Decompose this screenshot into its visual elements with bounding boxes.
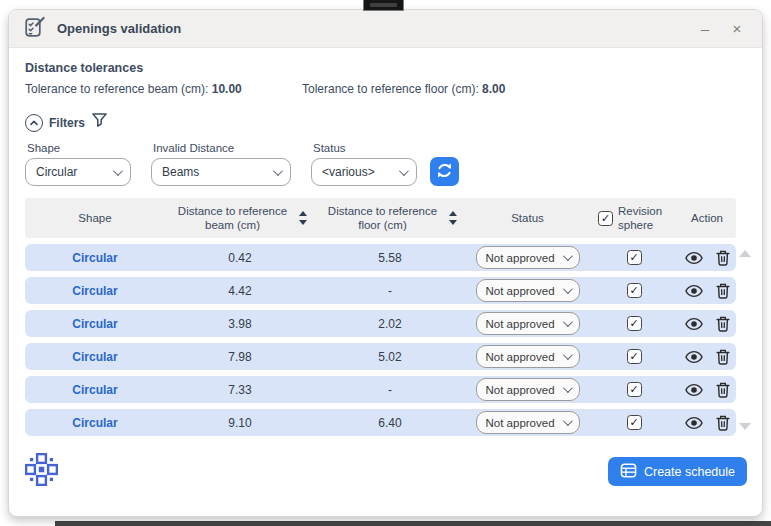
view-eye-icon[interactable] <box>685 317 703 331</box>
chevron-down-icon <box>562 350 572 360</box>
chevron-down-icon <box>562 317 572 327</box>
revision-sphere-checkbox[interactable]: ✓ <box>627 415 642 430</box>
view-eye-icon[interactable] <box>685 350 703 364</box>
status-value: Not approved <box>486 252 555 264</box>
tolerance-floor: Tolerance to reference floor (cm): 8.00 <box>302 82 505 96</box>
status-filter-value: <various> <box>322 165 375 179</box>
status-value: Not approved <box>486 351 555 363</box>
sort-arrows[interactable] <box>449 211 457 225</box>
delete-trash-icon[interactable] <box>716 316 730 332</box>
filters-heading: Filters <box>49 116 85 130</box>
view-eye-icon[interactable] <box>685 284 703 298</box>
status-select[interactable]: Not approved <box>476 279 580 302</box>
shape-link[interactable]: Circular <box>72 416 117 430</box>
revision-sphere-checkbox[interactable]: ✓ <box>627 250 642 265</box>
sort-arrows[interactable] <box>299 211 307 225</box>
refresh-icon <box>435 161 454 183</box>
filter-funnel-icon <box>91 112 108 133</box>
table-row: Circular 9.10 6.40 Not approved ✓ <box>25 409 736 436</box>
view-eye-icon[interactable] <box>685 416 703 430</box>
scroll-up-arrow[interactable] <box>739 250 751 257</box>
table-row: Circular 0.42 5.58 Not approved ✓ <box>25 244 736 271</box>
status-select[interactable]: Not approved <box>476 378 580 401</box>
delete-trash-icon[interactable] <box>716 250 730 266</box>
revision-sphere-checkbox[interactable]: ✓ <box>627 349 642 364</box>
app-logo <box>25 453 58 490</box>
chevron-down-icon <box>113 166 123 176</box>
floor-distance-value: 6.40 <box>315 416 465 430</box>
shape-link[interactable]: Circular <box>72 350 117 364</box>
sort-asc-icon[interactable] <box>299 211 307 216</box>
delete-trash-icon[interactable] <box>716 349 730 365</box>
delete-trash-icon[interactable] <box>716 382 730 398</box>
delete-trash-icon[interactable] <box>716 283 730 299</box>
shape-link[interactable]: Circular <box>72 317 117 331</box>
sort-desc-icon[interactable] <box>449 220 457 225</box>
schedule-table-icon <box>620 463 637 481</box>
beam-distance-value: 7.33 <box>165 383 315 397</box>
floor-distance-value: - <box>315 383 465 397</box>
beam-distance-value: 7.98 <box>165 350 315 364</box>
window-title: Openings validation <box>57 21 181 36</box>
floor-distance-value: - <box>315 284 465 298</box>
revision-sphere-checkbox[interactable]: ✓ <box>627 382 642 397</box>
shape-link[interactable]: Circular <box>72 284 117 298</box>
status-value: Not approved <box>486 285 555 297</box>
revision-sphere-checkbox[interactable]: ✓ <box>627 316 642 331</box>
shape-link[interactable]: Circular <box>72 251 117 265</box>
delete-trash-icon[interactable] <box>716 415 730 431</box>
status-select[interactable]: Not approved <box>476 312 580 335</box>
tolerance-beam-value: 10.00 <box>212 82 242 96</box>
invalid-distance-filter-label: Invalid Distance <box>151 142 291 154</box>
status-filter-label: Status <box>311 142 417 154</box>
floor-distance-value: 2.02 <box>315 317 465 331</box>
chevron-down-icon <box>562 284 572 294</box>
sort-asc-icon[interactable] <box>449 211 457 216</box>
shape-filter-select[interactable]: Circular <box>25 158 131 186</box>
col-revision-sphere: ✓ Revision sphere <box>590 204 678 233</box>
table-row: Circular 3.98 2.02 Not approved ✓ <box>25 310 736 337</box>
status-filter-select[interactable]: <various> <box>311 158 417 186</box>
tolerance-beam: Tolerance to reference beam (cm): 10.00 <box>25 82 302 96</box>
table-header: Shape Distance to reference beam (cm) Di… <box>25 198 736 238</box>
beam-distance-value: 3.98 <box>165 317 315 331</box>
create-schedule-button[interactable]: Create schedule <box>608 457 747 486</box>
shape-link[interactable]: Circular <box>72 383 117 397</box>
chevron-down-icon <box>273 166 283 176</box>
collapse-filters-button[interactable] <box>25 114 43 132</box>
view-eye-icon[interactable] <box>685 383 703 397</box>
status-select[interactable]: Not approved <box>476 411 580 434</box>
status-select[interactable]: Not approved <box>476 246 580 269</box>
close-button[interactable]: × <box>726 18 748 40</box>
screen-notch <box>363 0 404 11</box>
invalid-distance-filter-value: Beams <box>162 165 199 179</box>
title-bar[interactable]: Openings validation – × <box>9 10 762 48</box>
sort-desc-icon[interactable] <box>299 220 307 225</box>
screen-edge-bar <box>55 521 771 526</box>
tolerance-floor-value: 8.00 <box>482 82 505 96</box>
status-value: Not approved <box>486 318 555 330</box>
status-value: Not approved <box>486 384 555 396</box>
chevron-down-icon <box>562 383 572 393</box>
chevron-down-icon <box>562 251 572 261</box>
table-row: Circular 7.33 - Not approved ✓ <box>25 376 736 403</box>
invalid-distance-filter-select[interactable]: Beams <box>151 158 291 186</box>
col-beam-distance[interactable]: Distance to reference beam (cm) <box>165 204 315 233</box>
revision-sphere-checkbox[interactable]: ✓ <box>627 283 642 298</box>
view-eye-icon[interactable] <box>685 251 703 265</box>
beam-distance-value: 4.42 <box>165 284 315 298</box>
shape-filter-label: Shape <box>25 142 131 154</box>
col-floor-distance[interactable]: Distance to reference floor (cm) <box>315 204 465 233</box>
status-select[interactable]: Not approved <box>476 345 580 368</box>
distance-tolerances-heading: Distance tolerances <box>25 61 746 75</box>
refresh-button[interactable] <box>430 157 459 186</box>
chevron-down-icon <box>399 166 409 176</box>
create-schedule-label: Create schedule <box>644 465 735 479</box>
checklist-pencil-icon <box>23 15 47 43</box>
revision-sphere-select-all-checkbox[interactable]: ✓ <box>598 211 613 226</box>
status-value: Not approved <box>486 417 555 429</box>
minimize-button[interactable]: – <box>694 18 716 40</box>
table-row: Circular 4.42 - Not approved ✓ <box>25 277 736 304</box>
scroll-down-arrow[interactable] <box>739 423 751 430</box>
col-action: Action <box>678 211 736 225</box>
